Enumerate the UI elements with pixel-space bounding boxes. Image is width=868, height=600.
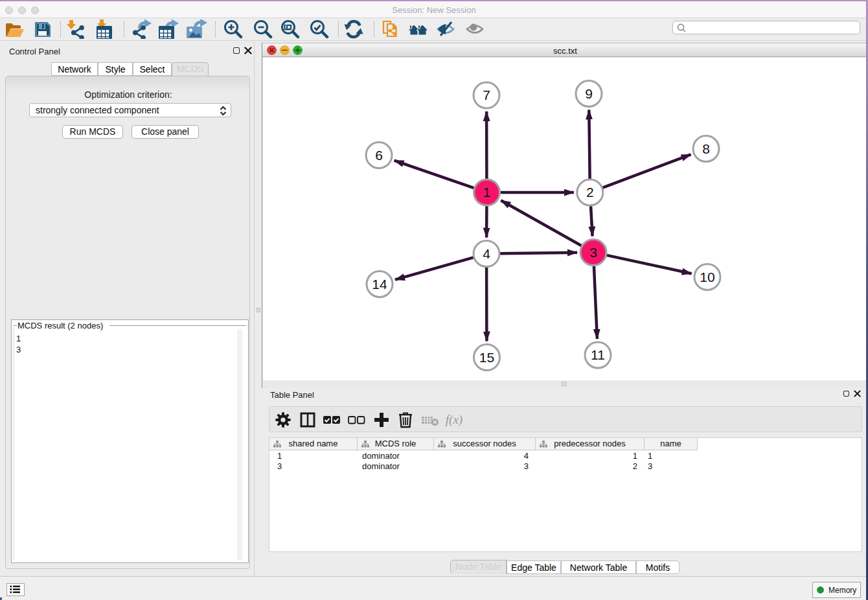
svg-text:10: 10 [700,270,714,284]
svg-text:8: 8 [702,141,710,156]
svg-text:7: 7 [483,87,490,102]
svg-text:1: 1 [483,185,491,200]
svg-text:4: 4 [483,246,490,261]
svg-text:3: 3 [589,245,597,260]
svg-text:2: 2 [586,185,594,200]
svg-text:14: 14 [372,277,387,292]
svg-text:6: 6 [375,148,383,163]
svg-text:9: 9 [585,86,593,101]
svg-text:15: 15 [479,350,494,365]
svg-text:11: 11 [591,347,605,362]
